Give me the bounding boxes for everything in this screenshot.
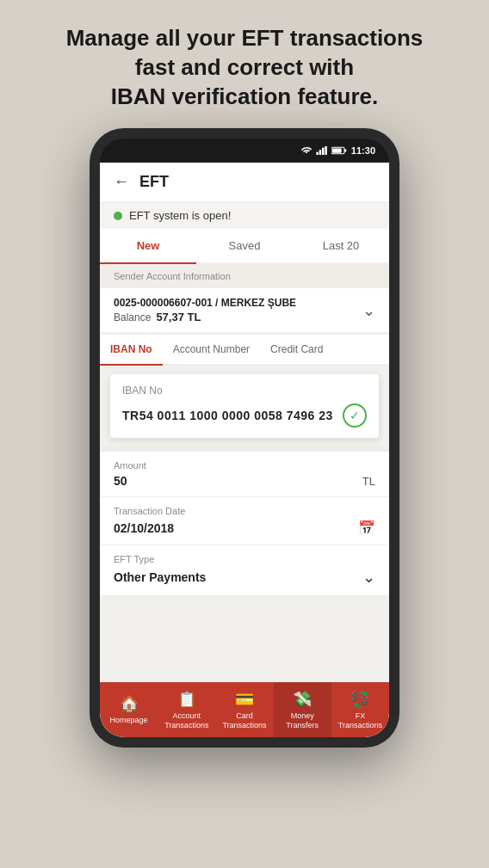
sender-section-label: Sender Account Information [100, 264, 389, 288]
eft-type-field[interactable]: EFT Type Other Payments ⌄ [100, 545, 389, 596]
amount-value-row: 50 TL [114, 474, 375, 488]
tab-new[interactable]: New [100, 229, 196, 262]
card-transactions-icon: 💳 [235, 690, 254, 709]
eft-type-dropdown-icon[interactable]: ⌄ [362, 568, 375, 587]
svg-rect-0 [316, 152, 319, 155]
amount-label: Amount [114, 460, 375, 471]
app-header: ← EFT [100, 163, 389, 202]
balance-amount: 57,37 TL [156, 311, 201, 323]
iban-input-row: TR54 0011 1000 0000 0058 7496 23 ✓ [122, 403, 367, 428]
amount-field[interactable]: Amount 50 TL [100, 452, 389, 497]
nav-card-label: CardTransactions [222, 711, 266, 730]
eft-notice: EFT system is open! [100, 202, 389, 229]
status-time: 11:30 [351, 145, 375, 156]
money-transfers-icon: 💸 [293, 690, 312, 709]
tab-saved[interactable]: Saved [196, 229, 293, 262]
headline-line2: fast and correct with [135, 54, 354, 80]
inner-tabs: IBAN No Account Number Credit Card [100, 335, 389, 366]
signal-icons [300, 146, 347, 155]
eft-type-value-row: Other Payments ⌄ [114, 568, 375, 587]
svg-rect-6 [332, 149, 342, 153]
inner-tab-account[interactable]: Account Number [163, 335, 260, 364]
account-details: 0025-000006607-001 / MERKEZ ŞUBE Balance… [114, 297, 296, 323]
headline-line3: IBAN verification feature. [111, 83, 379, 109]
iban-card[interactable]: IBAN No TR54 0011 1000 0000 0058 7496 23… [110, 374, 379, 438]
date-value-row: 02/10/2018 📅 [114, 520, 375, 536]
nav-money-transfers[interactable]: 💸 MoneyTransfers [274, 682, 331, 737]
amount-suffix: TL [362, 475, 375, 488]
iban-value: TR54 0011 1000 0000 0058 7496 23 [122, 409, 333, 422]
iban-verified-icon: ✓ [343, 403, 367, 428]
balance-row: Balance 57,37 TL [114, 311, 296, 323]
balance-label: Balance [114, 311, 151, 323]
tab-last20[interactable]: Last 20 [293, 229, 389, 262]
nav-money-label: MoneyTransfers [286, 711, 319, 730]
nav-homepage-label: Homepage [110, 716, 148, 725]
phone-screen: ← EFT EFT system is open! New Saved Last… [100, 163, 389, 737]
calendar-icon: 📅 [358, 520, 375, 536]
date-label: Transaction Date [114, 506, 375, 516]
inner-tab-credit[interactable]: Credit Card [260, 335, 333, 364]
nav-account-label: AccountTransactions [164, 711, 208, 730]
page-headline: Manage all your EFT transactions fast an… [32, 0, 458, 128]
main-tabs: New Saved Last 20 [100, 229, 389, 264]
homepage-icon: 🏠 [120, 694, 139, 713]
nav-homepage[interactable]: 🏠 Homepage [100, 682, 158, 737]
svg-rect-1 [319, 151, 322, 156]
headline-line1: Manage all your EFT transactions [66, 25, 424, 51]
svg-rect-2 [322, 148, 325, 155]
date-value: 02/10/2018 [114, 521, 174, 535]
bottom-nav: 🏠 Homepage 📋 AccountTransactions 💳 CardT… [100, 682, 389, 737]
account-dropdown-icon[interactable]: ⌄ [362, 301, 375, 320]
nav-fx-transactions[interactable]: 💱 FXTransactions [331, 682, 389, 737]
eft-type-value: Other Payments [114, 570, 206, 584]
amount-value: 50 [114, 474, 127, 488]
eft-notice-text: EFT system is open! [129, 209, 231, 222]
inner-tab-iban[interactable]: IBAN No [100, 335, 163, 364]
nav-fx-label: FXTransactions [338, 711, 382, 730]
fx-transactions-icon: 💱 [350, 690, 369, 709]
phone-shell: 11:30 ← EFT EFT system is open! New Save… [90, 128, 399, 748]
svg-rect-5 [344, 150, 346, 152]
wifi-icon [300, 146, 313, 155]
iban-card-label: IBAN No [122, 385, 367, 397]
signal-icon [316, 146, 328, 155]
date-field[interactable]: Transaction Date 02/10/2018 📅 [100, 497, 389, 545]
svg-rect-3 [325, 146, 327, 155]
battery-icon [331, 146, 347, 155]
account-info[interactable]: 0025-000006607-001 / MERKEZ ŞUBE Balance… [100, 288, 389, 333]
nav-card-transactions[interactable]: 💳 CardTransactions [215, 682, 273, 737]
back-button[interactable]: ← [114, 173, 129, 191]
status-bar: 11:30 [100, 139, 389, 163]
eft-type-label: EFT Type [114, 554, 375, 564]
app-title: EFT [139, 173, 169, 191]
account-transactions-icon: 📋 [177, 690, 196, 709]
account-number: 0025-000006607-001 / MERKEZ ŞUBE [114, 297, 296, 309]
eft-status-dot [114, 212, 122, 220]
nav-account-transactions[interactable]: 📋 AccountTransactions [158, 682, 215, 737]
